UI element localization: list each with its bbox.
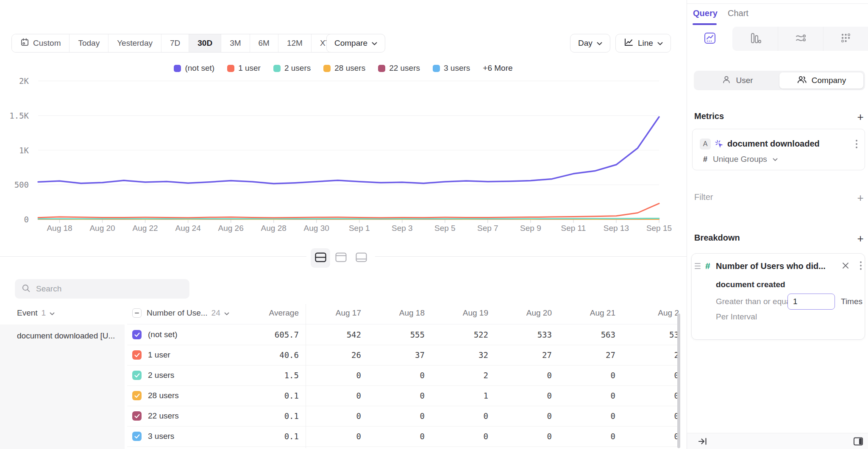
legend-item[interactable]: 22 users [378, 64, 420, 73]
metrics-heading: Metrics [694, 111, 724, 121]
row-checkbox[interactable] [132, 350, 142, 360]
legend-label: 2 users [284, 64, 311, 73]
metric-letter-badge: A [700, 139, 711, 150]
breakdown-per-interval-label[interactable]: Per Interval [716, 312, 757, 322]
legend-item[interactable]: 3 users [433, 64, 470, 73]
legend-item[interactable]: 28 users [323, 64, 365, 73]
chart-type-matrix-button[interactable] [823, 27, 868, 51]
date-range-label: 7D [170, 39, 180, 48]
date-range-custom[interactable]: Custom [12, 34, 70, 52]
row-value: 1 [429, 385, 488, 406]
event-list-item[interactable]: document downloaded [U... [0, 324, 125, 341]
entity-user-label: User [736, 76, 753, 85]
series-line-1 user[interactable] [38, 203, 659, 218]
remove-breakdown-icon[interactable] [840, 260, 851, 271]
svg-text:Sep 3: Sep 3 [392, 224, 413, 233]
row-checkbox[interactable] [132, 411, 142, 421]
row-checkbox[interactable] [132, 371, 142, 380]
legend-item[interactable]: (not set) [174, 64, 214, 73]
svg-text:Sep 11: Sep 11 [561, 224, 586, 233]
date-range-3m[interactable]: 3M [221, 34, 250, 52]
date-column-header: Aug 19 [429, 302, 488, 324]
top-panel-view-button[interactable] [331, 248, 351, 268]
select-all-checkbox[interactable] [132, 308, 142, 318]
add-breakdown-button[interactable]: + [855, 233, 866, 244]
svg-text:1.5K: 1.5K [9, 111, 29, 120]
row-value: 0 [556, 365, 615, 385]
line-chart-icon [704, 32, 716, 46]
metric-measure-label: Unique Groups [713, 155, 767, 164]
row-average-value: 0.1 [239, 426, 299, 446]
row-separator [127, 446, 678, 447]
chevron-down-icon [50, 308, 55, 318]
date-range-7d[interactable]: 7D [161, 34, 189, 52]
table-row[interactable]: 22 users [132, 406, 179, 426]
row-checkbox[interactable] [132, 330, 142, 339]
row-value: 0 [302, 406, 361, 426]
metric-options-kebab-icon[interactable] [853, 139, 860, 150]
breakdown-unit-label: Times [841, 297, 862, 306]
granularity-button[interactable]: Day [570, 34, 610, 53]
date-range-label: 12M [287, 39, 303, 48]
add-metric-button[interactable]: + [855, 111, 866, 122]
search-input[interactable] [36, 284, 183, 294]
table-row[interactable]: 28 users [132, 385, 179, 406]
metric-card[interactable]: A document downloaded # Unique Groups [692, 129, 865, 170]
svg-text:Aug 26: Aug 26 [218, 224, 244, 233]
legend-swatch [323, 65, 331, 72]
row-average-value: 0.1 [239, 406, 299, 426]
layout-toggle-group [306, 247, 375, 269]
legend-swatch [378, 65, 385, 72]
table-scrollbar[interactable] [677, 313, 680, 448]
row-series-label: 28 users [148, 391, 179, 400]
date-column-header: Aug 21 [556, 302, 615, 324]
date-range-yesterday[interactable]: Yesterday [108, 34, 161, 52]
entity-toggle-company[interactable]: Company [779, 72, 863, 89]
compare-label: Compare [334, 39, 367, 48]
table-row[interactable]: 2 users [132, 365, 174, 385]
chart-type-flow-button[interactable] [778, 27, 823, 51]
legend-item[interactable]: 1 user [227, 64, 261, 73]
entity-toggle-user[interactable]: User [696, 72, 779, 89]
chart-type-bar-button[interactable] [732, 27, 778, 51]
date-range-6m[interactable]: 6M [250, 34, 278, 52]
entity-toggle: User Company [694, 71, 865, 90]
table-row[interactable]: 3 users [132, 426, 174, 446]
metric-measure-selector[interactable]: # Unique Groups [703, 155, 778, 164]
legend-more-button[interactable]: +6 More [483, 64, 512, 73]
legend-label: 3 users [444, 64, 470, 73]
breakdown-options-kebab-icon[interactable] [857, 260, 865, 271]
collapse-panel-icon[interactable] [698, 437, 707, 447]
table-row[interactable]: (not set) [132, 324, 178, 345]
breakdown-value-input[interactable] [787, 294, 835, 310]
row-checkbox[interactable] [132, 391, 142, 400]
chart-type-line-button[interactable] [687, 27, 732, 51]
add-filter-button[interactable]: + [855, 192, 866, 203]
legend-label: 28 users [334, 64, 365, 73]
bottom-panel-view-button[interactable] [351, 248, 371, 268]
legend-swatch [433, 65, 440, 72]
drag-handle-icon[interactable] [695, 263, 701, 269]
table-row[interactable]: 1 user [132, 345, 170, 365]
row-value: 0 [429, 426, 488, 446]
date-range-12m[interactable]: 12M [278, 34, 312, 52]
group-header-count: 24 [211, 308, 220, 318]
row-checkbox[interactable] [132, 432, 142, 441]
breakdown-event-name[interactable]: document created [716, 280, 785, 289]
svg-text:Aug 20: Aug 20 [89, 224, 115, 233]
series-line-2 users[interactable] [38, 218, 659, 219]
event-column-header[interactable]: Event 1 [17, 302, 55, 324]
breakdown-property-name[interactable]: Number of Users who did... [716, 261, 826, 271]
chart-type-button[interactable]: Line [615, 34, 671, 53]
date-range-today[interactable]: Today [70, 34, 108, 52]
compare-button[interactable]: Compare [326, 34, 385, 53]
panel-layout-icon[interactable] [853, 437, 863, 448]
split-view-button[interactable] [311, 248, 330, 268]
svg-text:Aug 22: Aug 22 [132, 224, 158, 233]
legend-item[interactable]: 2 users [273, 64, 311, 73]
row-series-label: 2 users [148, 371, 174, 380]
group-column-header[interactable]: Number of Use... 24 [132, 302, 229, 324]
date-range-30d[interactable]: 30D [189, 34, 221, 52]
tab-query[interactable]: Query [693, 8, 718, 18]
tab-chart[interactable]: Chart [728, 8, 748, 18]
